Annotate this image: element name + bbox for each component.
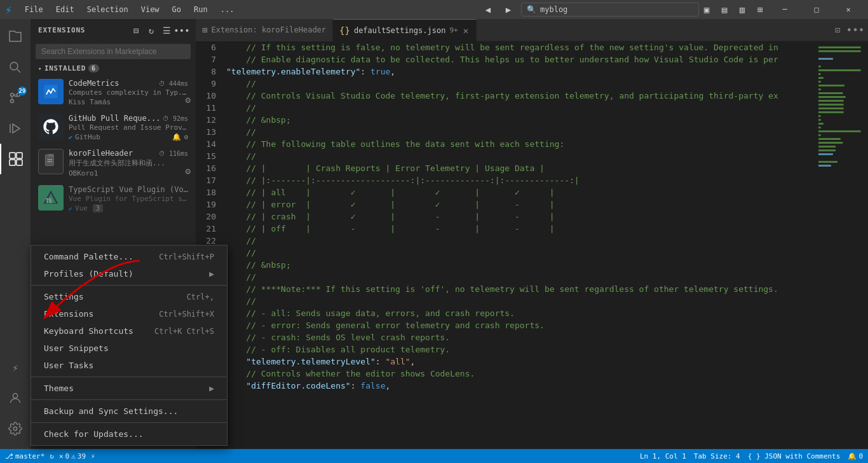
codemetrics-name: CodeMetrics	[69, 79, 119, 88]
position-label: Ln 1, Col 1	[640, 452, 686, 460]
svg-rect-13	[44, 85, 58, 99]
installed-section-label[interactable]: ▾ INSTALLED 6	[31, 62, 196, 75]
menu-run[interactable]: Run	[189, 3, 213, 17]
menu-item-settings[interactable]: Settings Ctrl+,	[31, 288, 227, 305]
extension-item-korofileheader[interactable]: koroFileHeader ⏱ 116ms 用于生成文件头部注释和函... O…	[31, 145, 196, 181]
global-search-bar[interactable]: 🔍 myblog	[521, 3, 699, 17]
status-position[interactable]: Ln 1, Col 1	[640, 452, 686, 460]
context-menu: Command Palette... Ctrl+Shift+P Profiles…	[31, 245, 227, 446]
status-remote[interactable]: ⚡	[91, 452, 95, 460]
more-actions-button[interactable]: •••	[175, 24, 188, 37]
titlebar-center: ◀ ▶ 🔍 myblog	[480, 2, 699, 17]
github-publisher: ✔ GitHub 🔔 ⚙	[69, 133, 188, 141]
code-line: // Controls Visual Studio Code telemetry…	[226, 90, 812, 102]
editor-area: ⊞ Extension: koroFileHeader {} defaultSe…	[196, 19, 868, 449]
views-button[interactable]: ☰	[160, 24, 173, 37]
refresh-button[interactable]: ↻	[145, 24, 158, 37]
activity-bar: 29 ⚡	[0, 19, 31, 449]
window-close-button[interactable]: ✕	[834, 0, 863, 19]
codemetrics-gear-icon[interactable]: ⚙	[186, 95, 191, 105]
status-encoding[interactable]: { } JSON with Comments	[748, 452, 841, 460]
status-branch[interactable]: ⎇ master*	[5, 452, 44, 460]
extension-item-volar[interactable]: TS TypeScript Vue Plugin (Vo... Vue Plug…	[31, 181, 196, 216]
tab-json-icon: {}	[339, 25, 350, 36]
volar-info: TypeScript Vue Plugin (Vo... Vue Plugin …	[69, 185, 188, 212]
menu-go[interactable]: Go	[167, 3, 186, 17]
tab-close-button[interactable]: ✕	[462, 25, 470, 36]
status-tabsize[interactable]: Tab Size: 4	[694, 452, 740, 460]
warning-icon: ⚠	[71, 452, 76, 460]
window-minimize-button[interactable]: ─	[770, 0, 799, 19]
activity-item-settings[interactable]	[0, 413, 31, 444]
menu-item-settings-shortcut: Ctrl+,	[187, 293, 214, 301]
tab-bar: ⊞ Extension: koroFileHeader {} defaultSe…	[196, 19, 868, 41]
status-errors[interactable]: ✕ 0 ⚠ 39	[59, 452, 86, 460]
menu-item-themes[interactable]: Themes ▶	[31, 380, 227, 397]
svg-point-2	[11, 93, 14, 97]
status-sync[interactable]: ↻	[50, 452, 54, 460]
layout-icon-2[interactable]: ▤	[717, 2, 732, 17]
code-line: //	[226, 102, 812, 114]
menu-more[interactable]: ...	[215, 3, 240, 17]
github-sound-icon[interactable]: 🔔	[172, 133, 181, 141]
sidebar-actions: ⊟ ↻ ☰ •••	[130, 24, 188, 37]
menu-item-backup-sync[interactable]: Backup and Sync Settings...	[31, 403, 227, 420]
activity-item-source-control[interactable]: 29	[0, 83, 31, 113]
extension-item-codemetrics[interactable]: CodeMetrics ⏱ 444ms Computes complexity …	[31, 75, 196, 110]
code-line: // | error | ✓ | ✓ | - |	[226, 198, 812, 211]
menu-selection[interactable]: Selection	[82, 3, 133, 17]
activity-item-extensions[interactable]	[0, 144, 31, 174]
tab-korofileheader[interactable]: ⊞ Extension: koroFileHeader	[196, 19, 333, 41]
tab-defaultsettings[interactable]: {} defaultSettings.json 9+ ✕	[333, 19, 477, 41]
github-name: GitHub Pull Reque...	[69, 114, 161, 123]
github-info: GitHub Pull Reque... ⏱ 92ms Pull Request…	[69, 114, 188, 141]
nav-forward-button[interactable]: ▶	[501, 2, 516, 17]
menu-item-profiles[interactable]: Profiles (Default) ▶	[31, 265, 227, 282]
more-tab-actions-button[interactable]: •••	[848, 22, 863, 38]
svg-rect-15	[48, 154, 54, 156]
volar-name: TypeScript Vue Plugin (Vo...	[69, 185, 188, 194]
filter-button[interactable]: ⊟	[130, 24, 142, 37]
extension-item-github[interactable]: GitHub Pull Reque... ⏱ 92ms Pull Request…	[31, 110, 196, 145]
menu-edit[interactable]: Edit	[51, 3, 79, 17]
layout-icon-1[interactable]: ▣	[699, 2, 714, 17]
code-line: //	[226, 126, 812, 138]
menu-item-user-snippets[interactable]: User Snippets	[31, 340, 227, 357]
code-line: //	[226, 295, 812, 307]
menu-item-check-updates[interactable]: Check for Updates...	[31, 425, 227, 443]
titlebar: ⚡ File Edit Selection View Go Run ... ◀ …	[0, 0, 868, 19]
activity-item-explorer[interactable]	[0, 22, 31, 52]
code-area[interactable]: // If this setting is false, no telemetr…	[221, 41, 817, 449]
menu-item-check-updates-label: Check for Updates...	[44, 429, 144, 439]
code-line: // - error: Sends general error telemetr…	[226, 319, 812, 331]
error-icon: ✕	[59, 452, 64, 460]
activity-item-remote[interactable]: ⚡	[0, 352, 31, 383]
window-maximize-button[interactable]: □	[802, 0, 831, 19]
menu-file[interactable]: File	[20, 3, 48, 17]
layout-icon-4[interactable]: ⊞	[752, 2, 768, 17]
codemetrics-publisher: Kiss Tamás	[69, 98, 188, 106]
tab-korofileheader-label: Extension: koroFileHeader	[211, 25, 326, 34]
layout-icon-3[interactable]: ▥	[735, 2, 750, 17]
error-count: 0	[65, 452, 70, 460]
korofileheader-publisher: OBKoro1	[69, 169, 188, 177]
tab-defaultsettings-label: defaultSettings.json	[354, 26, 446, 35]
codemetrics-timer: ⏱ 444ms	[159, 80, 188, 87]
status-bar-right: Ln 1, Col 1 Tab Size: 4 { } JSON with Co…	[640, 452, 863, 460]
code-line: "telemetry.telemetryLevel": "all",	[226, 356, 812, 368]
activity-item-search[interactable]	[0, 52, 31, 83]
split-editor-button[interactable]: ⊡	[830, 22, 845, 38]
installed-label: INSTALLED	[44, 64, 86, 73]
nav-back-button[interactable]: ◀	[480, 2, 496, 17]
menu-item-user-tasks[interactable]: User Tasks	[31, 357, 227, 374]
activity-item-accounts[interactable]	[0, 383, 31, 413]
menu-item-command-palette[interactable]: Command Palette... Ctrl+Shift+P	[31, 248, 227, 265]
extensions-search-input[interactable]	[36, 44, 191, 59]
status-notifications[interactable]: 🔔 0	[848, 452, 863, 460]
activity-item-run[interactable]	[0, 113, 31, 144]
menu-item-extensions[interactable]: Extensions Ctrl+Shift+X	[31, 305, 227, 322]
korofileheader-gear-icon[interactable]: ⚙	[186, 166, 191, 176]
github-ext-gear-icon[interactable]: ⚙	[184, 133, 188, 141]
menu-item-keyboard-shortcuts[interactable]: Keyboard Shortcuts Ctrl+K Ctrl+S	[31, 322, 227, 340]
menu-view[interactable]: View	[136, 3, 165, 17]
